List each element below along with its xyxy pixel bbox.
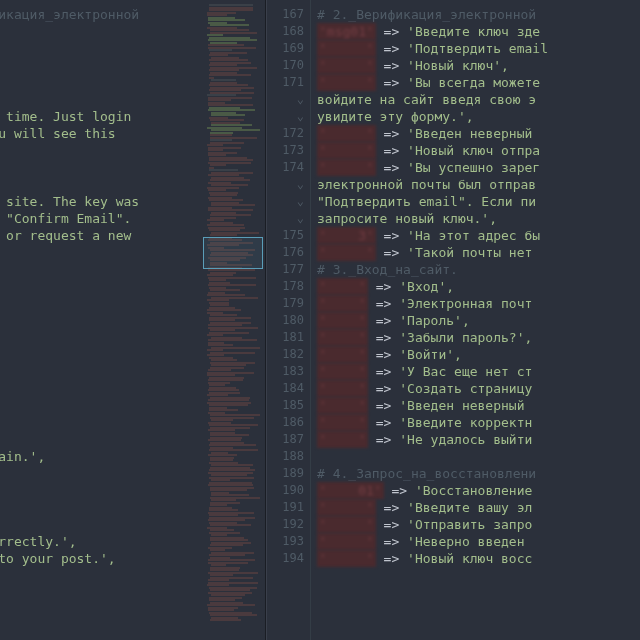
code-line[interactable]: # 4._Запрос_на_восстановлени	[317, 465, 640, 482]
line-number: 171	[267, 74, 304, 91]
line-number: 189	[267, 465, 304, 482]
line-number: 191	[267, 499, 304, 516]
code-line[interactable]: ' ' => 'Новый ключ отпра	[317, 142, 640, 159]
code-line[interactable]: запросите новый ключ.',	[317, 210, 640, 227]
minimap-viewport[interactable]	[203, 237, 263, 269]
line-number: 178	[267, 278, 304, 295]
line-number: 192	[267, 516, 304, 533]
line-number: 190	[267, 482, 304, 499]
code-line[interactable]: ' ' => 'Введен неверный	[317, 125, 640, 142]
line-number: 174	[267, 159, 304, 176]
line-number: 177	[267, 261, 304, 278]
code-line[interactable]: ' ' => 'Новый ключ',	[317, 57, 640, 74]
code-line[interactable]: ' ' => 'Такой почты нет	[317, 244, 640, 261]
line-number: 173	[267, 142, 304, 159]
code-line[interactable]: "Подтвердить email". Если пи	[317, 193, 640, 210]
line-number: 194	[267, 550, 304, 567]
code-line[interactable]: электронной почты был отправ	[317, 176, 640, 193]
code-line[interactable]: ' ' => 'Введен неверный	[317, 397, 640, 414]
line-number: ⌄	[267, 210, 304, 227]
code-line[interactable]: ' ' => 'Создать страницу	[317, 380, 640, 397]
code-line[interactable]: # 3._Вход_на_сайт.	[317, 261, 640, 278]
line-number: 183	[267, 363, 304, 380]
code-line[interactable]: ' ' => 'Вы всегда можете	[317, 74, 640, 91]
line-number: ⌄	[267, 91, 304, 108]
code-line[interactable]: 'msg01' => 'Введите ключ зде	[317, 23, 640, 40]
code-line[interactable]: ' 01' => 'Восстановление	[317, 482, 640, 499]
line-number: 187	[267, 431, 304, 448]
line-number: 182	[267, 346, 304, 363]
code-line[interactable]: ' ' => 'Вы успешно зарег	[317, 159, 640, 176]
line-number: 186	[267, 414, 304, 431]
code-line[interactable]: ' 3' => 'На этот адрес бы	[317, 227, 640, 244]
left-editor-pane[interactable]: # 2._Верификация_электроннойundefinedund…	[0, 0, 266, 640]
code-line[interactable]: ' ' => 'Новый ключ восс	[317, 550, 640, 567]
line-number: ⌄	[267, 176, 304, 193]
line-number: 167	[267, 6, 304, 23]
code-line[interactable]: ' ' => 'Введите корректн	[317, 414, 640, 431]
minimap[interactable]	[203, 2, 263, 638]
code-line[interactable]	[317, 448, 640, 465]
line-number: 180	[267, 312, 304, 329]
code-line[interactable]: войдите на сайт введя свою э	[317, 91, 640, 108]
code-line[interactable]: ' ' => 'Вход',	[317, 278, 640, 295]
line-number: 184	[267, 380, 304, 397]
code-line[interactable]: увидите эту форму.',	[317, 108, 640, 125]
code-line[interactable]: ' ' => 'Подтвердить email	[317, 40, 640, 57]
line-number: 176	[267, 244, 304, 261]
line-number: 181	[267, 329, 304, 346]
line-number: 172	[267, 125, 304, 142]
right-code-area[interactable]: # 2._Верификация_электронной'msg01' => '…	[311, 0, 640, 640]
code-line[interactable]: ' ' => 'Отправить запро	[317, 516, 640, 533]
line-number: ⌄	[267, 193, 304, 210]
code-line[interactable]: ' ' => 'Введите вашу эл	[317, 499, 640, 516]
code-line[interactable]: ' ' => 'Забыли пароль?',	[317, 329, 640, 346]
code-line[interactable]: ' ' => 'У Вас еще нет ст	[317, 363, 640, 380]
code-line[interactable]: # 2._Верификация_электронной	[317, 6, 640, 23]
line-number: 170	[267, 57, 304, 74]
line-number-gutter: 167168169170171⌄⌄172173174⌄⌄⌄17517617717…	[267, 0, 311, 640]
code-line[interactable]: ' ' => 'Неверно введен	[317, 533, 640, 550]
code-line[interactable]: ' ' => 'Электронная почт	[317, 295, 640, 312]
line-number: 185	[267, 397, 304, 414]
right-editor-pane[interactable]: 167168169170171⌄⌄172173174⌄⌄⌄17517617717…	[266, 0, 640, 640]
code-line[interactable]: ' ' => 'Пароль',	[317, 312, 640, 329]
line-number: ⌄	[267, 108, 304, 125]
line-number: 188	[267, 448, 304, 465]
line-number: 169	[267, 40, 304, 57]
code-line[interactable]: ' ' => 'Войти',	[317, 346, 640, 363]
code-line[interactable]: ' ' => 'Не удалось выйти	[317, 431, 640, 448]
line-number: 179	[267, 295, 304, 312]
line-number: 175	[267, 227, 304, 244]
line-number: 168	[267, 23, 304, 40]
line-number: 193	[267, 533, 304, 550]
